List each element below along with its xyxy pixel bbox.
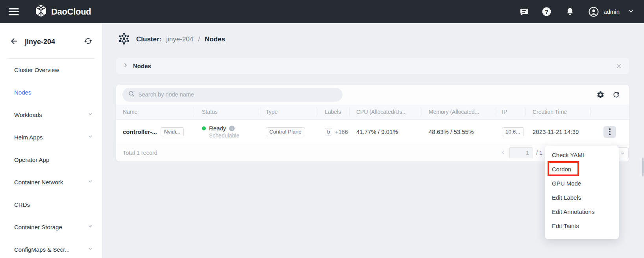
column-header-cpu[interactable]: CPU (Allocated/Us... bbox=[350, 108, 422, 116]
cluster-sidebar: jinye-204 Cluster Overview Nodes Workloa… bbox=[0, 23, 102, 258]
column-header-creation-time[interactable]: Creation Time bbox=[526, 108, 590, 116]
node-actions-cell bbox=[590, 126, 629, 138]
prev-page-chevron-icon[interactable] bbox=[500, 149, 506, 157]
schedulable-text: Schedulable bbox=[209, 132, 259, 139]
sidebar-item-operator-app[interactable]: Operator App bbox=[0, 153, 102, 166]
node-memory-cell: 48.63% / 53.55% bbox=[422, 128, 495, 135]
scrollbar[interactable] bbox=[642, 158, 644, 176]
sidebar-item-helm-apps[interactable]: Helm Apps bbox=[0, 131, 102, 143]
node-ip-cell: 10.6... bbox=[495, 127, 526, 136]
main-content: Cluster: jinye-204 / Nodes Nodes bbox=[102, 23, 644, 258]
refresh-icon[interactable] bbox=[612, 91, 620, 99]
sidebar-menu: Cluster Overview Nodes Workloads Helm Ap… bbox=[0, 63, 102, 258]
sidebar-divider bbox=[7, 58, 95, 59]
sidebar-header: jinye-204 bbox=[0, 35, 102, 48]
sidebar-item-nodes[interactable]: Nodes bbox=[0, 86, 102, 98]
column-header-labels[interactable]: Labels bbox=[318, 108, 350, 116]
pagination: / 1 bbox=[500, 144, 542, 161]
chevron-down-icon bbox=[87, 246, 93, 253]
chevron-down-icon bbox=[87, 111, 93, 118]
column-header-ip[interactable]: IP bbox=[495, 108, 526, 116]
node-ip-tag: 10.6... bbox=[502, 127, 524, 136]
toolbar-icons bbox=[596, 91, 620, 99]
table-header-row: Name Status Type Labels CPU (Allocated/U… bbox=[116, 104, 629, 119]
chevron-down-icon bbox=[87, 134, 93, 141]
breadcrumb-separator: / bbox=[198, 35, 200, 43]
page-number-input[interactable] bbox=[509, 147, 533, 158]
node-status-cell: Ready i Schedulable bbox=[195, 125, 259, 139]
column-header-type[interactable]: Type bbox=[259, 108, 318, 116]
back-arrow-icon[interactable] bbox=[9, 37, 19, 47]
menu-item-edit-labels[interactable]: Edit Labels bbox=[545, 191, 619, 205]
node-name-tag: Nvidi... bbox=[161, 127, 184, 136]
info-icon[interactable]: i bbox=[229, 126, 235, 131]
breadcrumb-current: Nodes bbox=[205, 35, 225, 43]
switch-cluster-icon[interactable] bbox=[84, 37, 93, 47]
app-window: DaoCloud ? bbox=[0, 0, 644, 258]
table-toolbar bbox=[116, 85, 629, 104]
menu-item-edit-annotations[interactable]: Edit Annotations bbox=[545, 205, 619, 219]
status-ready-dot bbox=[202, 126, 206, 130]
notifications-bell-icon[interactable] bbox=[565, 7, 575, 17]
help-icon[interactable]: ? bbox=[541, 7, 551, 17]
node-creation-time-cell: 2023-11-21 14:39 bbox=[526, 128, 590, 135]
user-menu-chevron-down-icon[interactable] bbox=[628, 8, 634, 15]
sidebar-item-crds[interactable]: CRDs bbox=[0, 198, 102, 211]
menu-item-gpu-mode[interactable]: GPU Mode bbox=[545, 176, 619, 191]
menu-item-cordon[interactable]: Cordon bbox=[545, 162, 619, 176]
node-type-tag: Control Plane bbox=[266, 127, 305, 136]
chevron-down-icon bbox=[87, 223, 93, 230]
search-input[interactable] bbox=[138, 91, 327, 98]
chevron-right-icon[interactable] bbox=[122, 62, 128, 70]
close-icon[interactable] bbox=[616, 63, 622, 69]
topbar-actions: ? admin bbox=[519, 7, 634, 17]
sidebar-item-workloads[interactable]: Workloads bbox=[0, 108, 102, 121]
cluster-name-title: jinye-204 bbox=[25, 38, 84, 46]
sidebar-item-configmaps-secrets[interactable]: ConfigMaps & Secr... bbox=[0, 243, 102, 256]
page-total-label: / 1 bbox=[536, 150, 542, 156]
column-header-actions bbox=[590, 108, 629, 116]
brand-logo[interactable]: DaoCloud bbox=[35, 4, 91, 20]
daocloud-logo-icon bbox=[35, 4, 47, 20]
chevron-down-icon bbox=[87, 178, 93, 186]
search-icon bbox=[128, 90, 135, 99]
row-actions-menu: Check YAML Cordon GPU Mode Edit Labels E… bbox=[545, 146, 619, 239]
column-header-status[interactable]: Status bbox=[195, 108, 259, 116]
sidebar-item-container-storage[interactable]: Container Storage bbox=[0, 221, 102, 233]
status-text: Ready bbox=[209, 125, 226, 132]
svg-text:?: ? bbox=[545, 9, 548, 15]
menu-item-check-yaml[interactable]: Check YAML bbox=[545, 148, 619, 162]
node-name-cell: controller-... Nvidi... bbox=[116, 127, 195, 136]
search-box bbox=[122, 88, 342, 102]
node-labels-cell: b +166 bbox=[318, 128, 350, 135]
table-settings-gear-icon[interactable] bbox=[596, 91, 605, 99]
username-label: admin bbox=[603, 8, 620, 15]
breadcrumb-cluster[interactable]: jinye-204 bbox=[166, 35, 193, 43]
label-tag: b bbox=[325, 128, 332, 135]
hamburger-menu-icon[interactable] bbox=[9, 6, 19, 17]
labels-more-count[interactable]: +166 bbox=[335, 129, 348, 135]
node-name-link[interactable]: controller-... bbox=[123, 128, 157, 135]
sidebar-item-cluster-overview[interactable]: Cluster Overview bbox=[0, 63, 102, 76]
panel-title: Nodes bbox=[133, 63, 151, 69]
breadcrumb: Cluster: jinye-204 / Nodes bbox=[117, 33, 225, 46]
row-actions-kebab-icon[interactable] bbox=[603, 126, 616, 138]
cluster-dots-icon bbox=[117, 32, 131, 47]
user-avatar[interactable] bbox=[588, 7, 599, 17]
menu-item-edit-taints[interactable]: Edit Taints bbox=[545, 219, 619, 233]
messages-icon[interactable] bbox=[519, 7, 529, 17]
column-header-name[interactable]: Name bbox=[116, 108, 195, 116]
sidebar-item-container-network[interactable]: Container Network bbox=[0, 176, 102, 188]
node-cpu-cell: 41.77% / 9.01% bbox=[350, 128, 422, 135]
table-row: controller-... Nvidi... Ready i Schedula… bbox=[116, 119, 629, 144]
nodes-collapse-panel: Nodes bbox=[116, 58, 629, 74]
node-type-cell: Control Plane bbox=[259, 127, 318, 136]
column-header-memory[interactable]: Memory (Allocated... bbox=[422, 108, 495, 116]
breadcrumb-prefix: Cluster: bbox=[136, 35, 161, 43]
brand-name: DaoCloud bbox=[51, 7, 91, 17]
total-records-label: Total 1 record bbox=[123, 150, 157, 156]
top-navbar: DaoCloud ? bbox=[0, 0, 644, 23]
